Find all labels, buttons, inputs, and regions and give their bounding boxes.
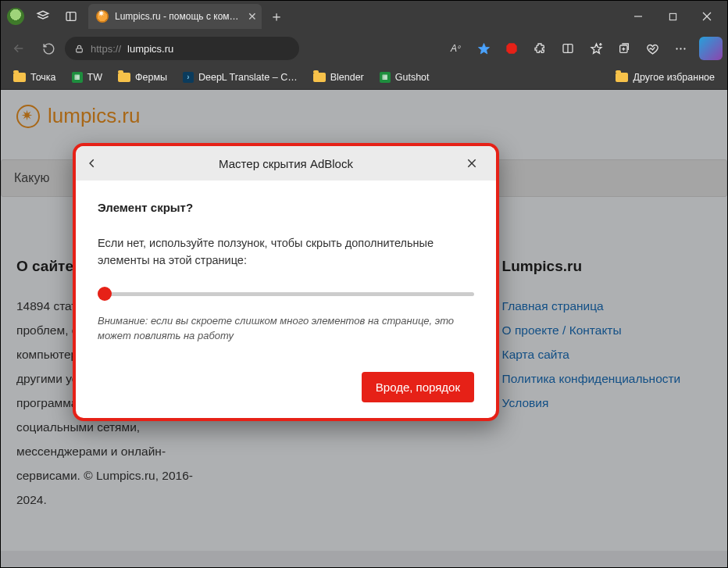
url-scheme: https:// (91, 43, 121, 55)
favorite-star-icon[interactable] (471, 36, 496, 61)
site-name: lumpics.ru (48, 104, 140, 128)
window-minimize-button[interactable] (621, 1, 655, 32)
footer-link[interactable]: Карта сайта (502, 348, 569, 361)
links-heading: Lumpics.ru (502, 252, 712, 281)
favorites-icon[interactable] (583, 36, 608, 61)
modal-warning: Внимание: если вы скроете слишком много … (98, 313, 474, 344)
split-screen-icon[interactable] (555, 36, 580, 61)
site-favicon-icon (96, 10, 109, 23)
modal-header: Мастер скрытия AdBlock (76, 146, 496, 180)
bookmark-item[interactable]: ›DeepL Translate – C… (177, 69, 304, 86)
svg-rect-3 (669, 13, 676, 20)
url-host: lumpics.ru (127, 43, 173, 55)
bookmark-label: Gutshot (395, 72, 430, 83)
bookmark-item[interactable]: ▦Gutshot (373, 69, 436, 86)
window-close-button[interactable] (690, 1, 724, 32)
modal-close-button[interactable] (466, 158, 485, 169)
footer-link[interactable]: Политика конфиденциальности (502, 372, 681, 385)
bookmark-label: TW (87, 72, 102, 83)
page-viewport: lumpics.ru О сайте 14894 статей по решен… (1, 90, 727, 567)
bookmark-label: Другое избранное (633, 72, 715, 83)
extensions-icon[interactable] (527, 36, 552, 61)
footer-link[interactable]: О проекте / Контакты (502, 323, 622, 337)
modal-actions: Вроде, порядок (98, 372, 474, 402)
adblock-extension-icon[interactable] (499, 36, 524, 61)
bookmark-item[interactable]: Точка (7, 69, 62, 86)
bookmarks-bar: Точка ▦TW Фермы ›DeepL Translate – C… Bl… (1, 65, 727, 90)
page-bottom (1, 551, 727, 567)
new-tab-button[interactable]: ＋ (265, 5, 288, 28)
site-header: lumpics.ru (1, 90, 727, 136)
window-maximize-button[interactable] (655, 1, 690, 32)
address-bar[interactable]: https:// lumpics.ru (65, 37, 299, 60)
svg-point-17 (676, 48, 677, 49)
tab-title: Lumpics.ru - помощь с компьют… (115, 11, 240, 22)
browser-window: Lumpics.ru - помощь с компьют… ✕ ＋ https… (0, 0, 728, 568)
folder-icon (616, 73, 628, 82)
confirm-button[interactable]: Вроде, порядок (362, 372, 474, 402)
browser-essentials-icon[interactable] (640, 36, 665, 61)
sheets-icon: ▦ (72, 72, 83, 83)
workspaces-icon[interactable] (32, 5, 54, 27)
svg-marker-8 (506, 43, 516, 53)
footer-link[interactable]: Главная страница (502, 299, 604, 313)
bookmark-item[interactable]: ▦TW (66, 69, 109, 86)
svg-rect-6 (77, 48, 83, 52)
slider-thumb[interactable] (98, 287, 112, 301)
reload-button[interactable] (35, 35, 62, 62)
modal-body: Элемент скрыт? Если нет, используйте пол… (76, 180, 496, 418)
bookmarks-overflow[interactable]: Другое избранное (609, 69, 721, 86)
site-logo-icon (16, 105, 40, 128)
folder-icon (313, 73, 326, 82)
more-menu-icon[interactable] (668, 36, 693, 61)
svg-point-18 (680, 48, 681, 49)
folder-icon (13, 73, 26, 82)
folder-icon (118, 73, 130, 82)
svg-rect-0 (66, 13, 76, 21)
modal-description: Если нет, используйте ползунок, чтобы ск… (98, 234, 474, 270)
toolbar: https:// lumpics.ru A⁰ (1, 32, 727, 65)
active-tab[interactable]: Lumpics.ru - помощь с компьют… ✕ (88, 4, 262, 29)
back-button[interactable] (5, 35, 32, 62)
modal-heading: Элемент скрыт? (98, 201, 474, 214)
tab-actions-icon[interactable] (60, 5, 82, 27)
lock-icon (74, 44, 84, 54)
modal-title: Мастер скрытия AdBlock (105, 157, 466, 170)
bookmark-label: Точка (30, 72, 56, 83)
footer-links: Lumpics.ru Главная страница О проекте / … (502, 252, 712, 512)
bookmark-label: DeepL Translate – C… (198, 72, 298, 83)
hide-more-slider[interactable] (98, 287, 474, 301)
footer-link[interactable]: Условия (502, 396, 549, 409)
deepl-icon: › (183, 72, 194, 83)
bookmark-label: Blender (330, 72, 364, 83)
adblock-wizard-modal: Мастер скрытия AdBlock Элемент скрыт? Ес… (73, 143, 499, 421)
svg-marker-7 (478, 43, 489, 53)
bookmark-item[interactable]: Blender (307, 69, 370, 86)
svg-marker-11 (591, 44, 601, 53)
profile-avatar[interactable] (7, 8, 24, 25)
reading-mode-icon[interactable]: A⁰ (443, 36, 468, 61)
sheets-icon: ▦ (380, 72, 391, 83)
bookmark-item[interactable]: Фермы (112, 69, 173, 86)
modal-back-button[interactable] (87, 158, 105, 169)
copilot-icon[interactable] (699, 37, 723, 60)
close-tab-icon[interactable]: ✕ (248, 11, 257, 22)
titlebar: Lumpics.ru - помощь с компьют… ✕ ＋ (1, 1, 727, 32)
svg-point-19 (683, 48, 685, 49)
collections-icon[interactable] (612, 36, 637, 61)
bookmark-label: Фермы (135, 72, 167, 83)
slider-track (98, 292, 474, 296)
